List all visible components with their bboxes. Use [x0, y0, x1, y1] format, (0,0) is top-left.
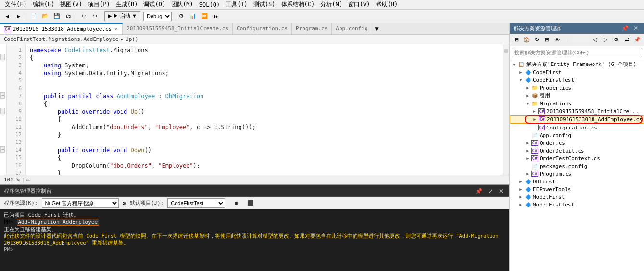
- menu-edit[interactable]: 编辑(E): [30, 0, 58, 10]
- menu-file[interactable]: 文件(F): [2, 0, 30, 10]
- panel-controls: 📌 ⤢ ✕: [473, 187, 505, 195]
- stop-console-btn[interactable]: ⬛: [245, 198, 256, 208]
- project-icon: 🔷: [524, 194, 532, 200]
- stepover-btn[interactable]: ⏭: [211, 11, 221, 22]
- save-btn[interactable]: 💾: [51, 11, 62, 22]
- zoom-slider[interactable]: ⟵: [27, 177, 30, 183]
- code-content[interactable]: namespace CodeFirstTest.Migrations { usi…: [26, 44, 503, 175]
- menu-analyze[interactable]: 分析(N): [317, 0, 345, 10]
- menu-team[interactable]: 团队(M): [168, 0, 196, 10]
- tab-program[interactable]: Program.cs: [292, 23, 332, 34]
- se-nav-left-btn[interactable]: ◁: [590, 35, 600, 45]
- pkg-source-select[interactable]: NuGet 官方程序包源: [42, 198, 119, 208]
- tab-initial-create[interactable]: 201309151559458_InitialCreate.cs: [123, 23, 233, 34]
- attach-btn[interactable]: ⚙: [176, 11, 187, 22]
- tree-ordertestcontext[interactable]: ▶ C# OrderTestContext.cs: [510, 155, 644, 162]
- debug-mode-select[interactable]: Debug: [143, 12, 172, 21]
- default-project-select[interactable]: CodeFirstTest: [167, 198, 225, 208]
- tab-configuration[interactable]: Configuration.cs: [233, 23, 292, 34]
- forward-btn[interactable]: ►: [13, 11, 24, 22]
- se-pin2-btn[interactable]: 📌: [632, 35, 642, 45]
- se-close-btn[interactable]: ✕: [631, 24, 640, 33]
- editor-scrollbar[interactable]: [503, 44, 509, 175]
- tree-efpowertools[interactable]: ▶ 🔷 EFPowerTools: [510, 185, 644, 193]
- tree-arrow: ▶: [518, 70, 524, 75]
- tree-arrow: ▼: [524, 101, 531, 106]
- se-header: 解决方案资源管理器 📌 ✕: [510, 23, 644, 34]
- tree-order[interactable]: ▶ C# Order.cs: [510, 139, 644, 147]
- se-toolbar: ⊞ 🏠 ↻ ⊟ 👁 ≡ ◁ ▷ ⚙ ⇄ 📌: [510, 34, 644, 46]
- collapse-down[interactable]: −: [0, 146, 5, 153]
- tree-packages[interactable]: 📄 packages.config: [510, 162, 644, 170]
- new-btn[interactable]: 📄: [28, 11, 39, 22]
- tree-appconfig[interactable]: 📄 App.config: [510, 131, 644, 139]
- step-btn[interactable]: ⏩: [199, 11, 210, 22]
- tab-overflow-btn[interactable]: ▼: [372, 23, 381, 34]
- scrollbar-thumb[interactable]: [504, 49, 508, 53]
- collapse-class[interactable]: −: [0, 92, 5, 99]
- panel-pin-btn[interactable]: 📌: [473, 187, 484, 195]
- se-refresh-btn[interactable]: ↻: [532, 35, 542, 45]
- back-btn[interactable]: ◄: [2, 11, 13, 22]
- redo-btn[interactable]: ↪: [89, 11, 100, 22]
- se-sync-btn[interactable]: ⇄: [622, 35, 631, 45]
- tree-label: ModelFistTest: [533, 202, 574, 208]
- se-tree: ▼ 📋 解决方案'Entity Framework' (6 个项目) ▶ 🔷 C…: [510, 59, 644, 271]
- tree-codefirsttest[interactable]: ▼ 🔷 CodeFirstTest: [510, 76, 644, 84]
- tree-references[interactable]: ▶ 📦 引用: [510, 91, 644, 100]
- se-settings-btn[interactable]: ⚙: [611, 35, 621, 45]
- menu-build[interactable]: 生成(B): [113, 0, 141, 10]
- console-line-2: PM> Add-Migration AddEmployee: [4, 219, 505, 226]
- undo-btn[interactable]: ↩: [78, 11, 88, 22]
- se-search-input[interactable]: [512, 48, 642, 57]
- open-btn[interactable]: 📂: [40, 11, 51, 22]
- tree-dbfirst[interactable]: ▶ 🔷 DBFirst: [510, 178, 644, 185]
- tree-codefirst[interactable]: ▶ 🔷 CodeFirst: [510, 68, 644, 76]
- start-debug-btn[interactable]: ▶ ▶ 启动 ▼: [104, 11, 140, 21]
- pkg-gear-icon[interactable]: ⚙: [123, 200, 126, 206]
- tree-label: Order.cs: [540, 140, 565, 146]
- line-numbers: 12345 678910 1112131415 1617181920: [7, 44, 26, 175]
- tree-addemployee[interactable]: ▶ C# 201309161533018_AddEmployee.cs: [510, 115, 644, 124]
- tree-initialcreate[interactable]: ▶ C# 201309151559458_InitialCre...: [510, 107, 644, 115]
- code-editor[interactable]: − − − − 12345 678910 1112131415 16171819…: [0, 44, 509, 175]
- menu-help[interactable]: 帮助(H): [373, 0, 401, 10]
- menu-tools[interactable]: 工具(T): [223, 0, 251, 10]
- breadcrumb: CodeFirstTest.Migrations.AddEmployee ▸ U…: [0, 35, 509, 44]
- panel-float-btn[interactable]: ⤢: [486, 187, 495, 195]
- menu-arch[interactable]: 体系结构(C): [278, 0, 318, 10]
- tab-close-btn[interactable]: ✕: [114, 26, 118, 32]
- collapse-up[interactable]: −: [0, 108, 5, 114]
- menu-test[interactable]: 测试(S): [251, 0, 278, 10]
- perf-btn[interactable]: 📊: [188, 11, 198, 22]
- menu-view[interactable]: 视图(V): [57, 0, 85, 10]
- config-icon: 📄: [531, 132, 539, 139]
- tree-program[interactable]: ▶ C# Program.cs: [510, 170, 644, 178]
- save-all-btn[interactable]: 🗂: [63, 11, 74, 22]
- se-home-btn[interactable]: 🏠: [522, 35, 531, 45]
- tab-add-employee[interactable]: C# 20130916 1533018_AddEmployee.cs ✕: [0, 23, 123, 34]
- tree-modelfisttest[interactable]: ▶ 🔷 ModelFistTest: [510, 201, 644, 208]
- clear-console-btn[interactable]: ≡: [231, 198, 241, 208]
- panel-close-btn[interactable]: ✕: [497, 187, 505, 195]
- tree-modelfirst[interactable]: ▶ 🔷 ModelFirst: [510, 193, 644, 201]
- folder-icon: 📁: [531, 100, 539, 107]
- se-filter-btn[interactable]: ≡: [562, 35, 572, 45]
- se-preview-btn[interactable]: 👁: [552, 35, 562, 45]
- tree-configuration[interactable]: C# Configuration.cs: [510, 124, 644, 131]
- menu-project[interactable]: 项目(P): [85, 0, 113, 10]
- tab-appconfig[interactable]: App.config: [332, 23, 372, 34]
- menu-window[interactable]: 窗口(W): [345, 0, 373, 10]
- tree-orderdetail[interactable]: ▶ C# OrderDetail.cs: [510, 147, 644, 155]
- tree-label: OrderDetail.cs: [540, 148, 584, 154]
- se-nav-right-btn[interactable]: ▷: [601, 35, 610, 45]
- tree-properties[interactable]: ▶ 📁 Properties: [510, 84, 644, 91]
- collapse-namespace[interactable]: −: [0, 54, 5, 60]
- tree-migrations[interactable]: ▼ 📁 Migrations: [510, 100, 644, 107]
- se-props-btn[interactable]: ⊞: [512, 35, 521, 45]
- menu-debug[interactable]: 调试(D): [140, 0, 168, 10]
- tree-solution[interactable]: ▼ 📋 解决方案'Entity Framework' (6 个项目): [510, 60, 644, 68]
- se-pin-btn[interactable]: 📌: [619, 24, 631, 33]
- se-collapse-btn[interactable]: ⊟: [542, 35, 552, 45]
- menu-sql[interactable]: SQL(Q): [196, 0, 223, 9]
